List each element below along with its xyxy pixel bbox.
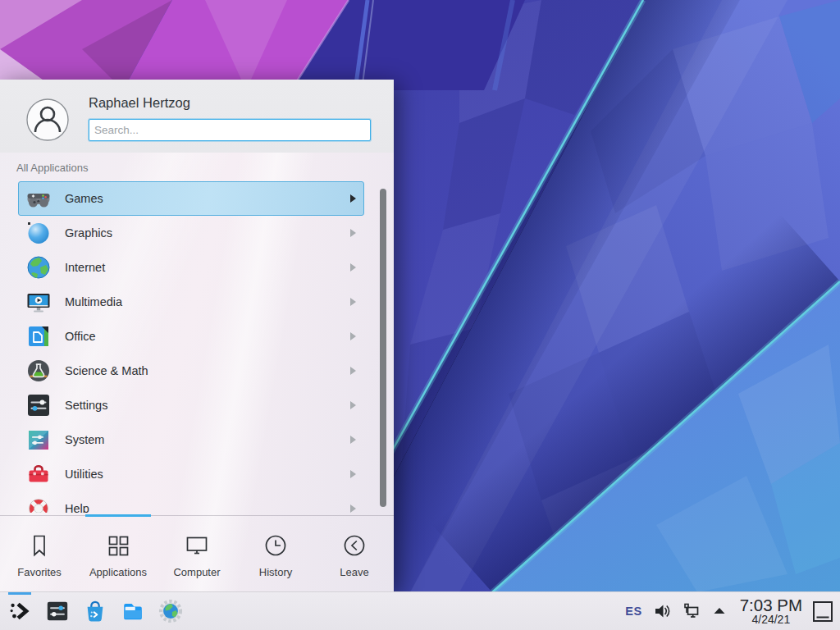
discover-store-icon[interactable] [83, 599, 107, 623]
clock-time: 7:03 PM [740, 596, 802, 614]
submenu-arrow-icon [349, 504, 357, 513]
globe-icon [25, 254, 52, 281]
category-label: Games [65, 192, 349, 205]
toolbox-icon [25, 461, 52, 487]
category-list: Games Graphics [0, 181, 394, 513]
submenu-arrow-icon [349, 228, 357, 238]
tab-favorites[interactable]: Favorites [0, 516, 79, 593]
submenu-arrow-icon [349, 366, 357, 376]
category-utilities[interactable]: Utilities [18, 457, 364, 491]
tab-leave[interactable]: Leave [315, 516, 394, 593]
category-label: Science & Math [65, 364, 349, 377]
document-icon [25, 323, 52, 349]
network-icon[interactable] [682, 602, 700, 620]
submenu-arrow-icon [349, 435, 357, 445]
system-settings-icon[interactable] [45, 599, 70, 623]
category-label: Settings [65, 399, 349, 412]
category-label: Graphics [65, 226, 349, 240]
submenu-arrow-icon [349, 469, 357, 479]
submenu-arrow-icon [349, 262, 357, 272]
tab-label: History [259, 566, 292, 578]
tab-history[interactable]: History [236, 516, 315, 593]
active-tab-indicator [85, 514, 151, 517]
bookmark-icon [25, 531, 54, 560]
sphere-icon [25, 220, 52, 246]
file-manager-icon[interactable] [121, 599, 145, 623]
keyboard-layout-indicator[interactable]: ES [625, 605, 641, 618]
tab-computer[interactable]: Computer [158, 516, 236, 593]
digital-clock[interactable]: 7:03 PM 4/24/21 [740, 596, 802, 626]
tab-label: Computer [173, 566, 220, 578]
volume-icon[interactable] [653, 602, 671, 620]
system-tray: ES [625, 602, 728, 620]
computer-icon [182, 531, 212, 560]
grid-icon [103, 531, 133, 560]
category-label: Multimedia [65, 295, 349, 308]
category-office[interactable]: Office [18, 319, 364, 354]
category-label: System [65, 433, 349, 446]
history-clock-icon [261, 531, 290, 560]
category-label: Utilities [65, 468, 349, 481]
web-browser-icon[interactable] [158, 599, 183, 623]
tray-expand-caret-icon[interactable] [710, 602, 728, 620]
tab-applications[interactable]: Applications [79, 516, 158, 593]
tab-label: Favorites [17, 566, 61, 578]
category-system[interactable]: System [18, 422, 364, 457]
category-internet[interactable]: Internet [18, 250, 364, 285]
category-graphics[interactable]: Graphics [18, 216, 364, 250]
submenu-arrow-icon [349, 194, 357, 203]
desktop: Raphael Hertzog All Applications Games [0, 0, 840, 630]
gamepad-icon [25, 185, 52, 212]
tab-label: Applications [89, 566, 147, 578]
tab-label: Leave [340, 566, 368, 578]
application-launcher-menu: Raphael Hertzog All Applications Games [0, 80, 394, 592]
leave-icon [340, 531, 369, 560]
search-input[interactable] [89, 119, 371, 141]
system-sliders-icon [25, 427, 52, 453]
sliders-icon [25, 392, 52, 418]
clock-date: 4/24/21 [751, 614, 790, 626]
launcher-header: Raphael Hertzog [0, 80, 394, 153]
flask-icon [25, 358, 52, 384]
category-science-math[interactable]: Science & Math [18, 354, 364, 388]
launcher-active-indicator [8, 592, 31, 595]
user-name: Raphael Hertzog [89, 95, 190, 111]
category-settings[interactable]: Settings [18, 388, 364, 422]
section-label: All Applications [16, 162, 88, 174]
category-games[interactable]: Games [18, 181, 364, 216]
user-avatar-icon[interactable] [26, 98, 69, 141]
category-label: Office [65, 330, 349, 343]
submenu-arrow-icon [349, 400, 357, 410]
launcher-tab-bar: Favorites Applications Computer [0, 515, 394, 593]
submenu-arrow-icon [349, 297, 357, 307]
category-label: Help [65, 502, 349, 513]
lifebuoy-icon [25, 495, 52, 513]
category-multimedia[interactable]: Multimedia [18, 285, 364, 319]
submenu-arrow-icon [349, 331, 357, 341]
show-desktop-button[interactable] [812, 600, 833, 623]
kickoff-launcher-icon[interactable] [7, 599, 32, 623]
category-help[interactable]: Help [18, 491, 364, 513]
monitor-play-icon [25, 289, 52, 315]
taskbar-panel: ES 7:03 PM 4/24/21 [0, 591, 840, 630]
category-label: Internet [65, 261, 349, 274]
scrollbar[interactable] [380, 189, 386, 507]
